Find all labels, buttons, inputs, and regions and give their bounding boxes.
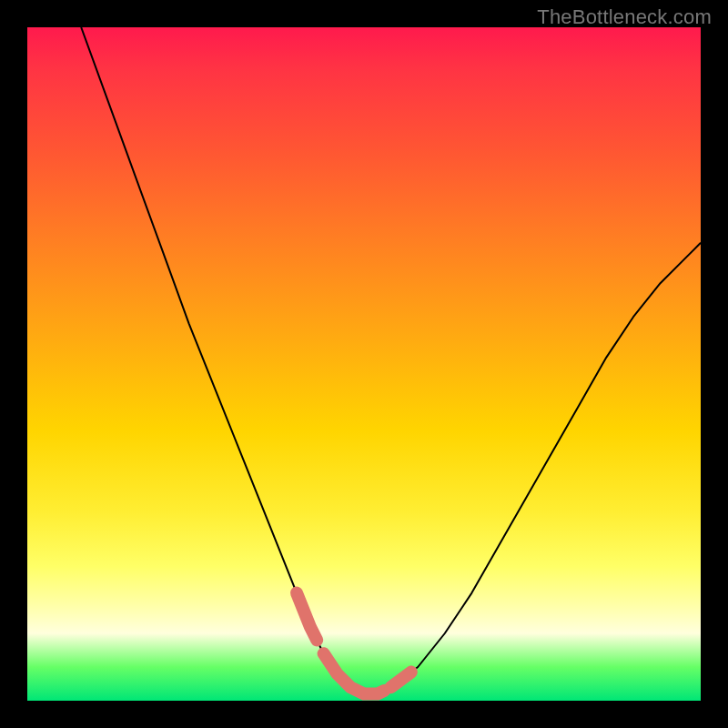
curve-marker-bottom xyxy=(324,653,385,693)
chart-plot-area xyxy=(27,27,701,701)
curve-marker-right xyxy=(391,672,411,688)
bottleneck-chart-svg xyxy=(27,27,701,701)
bottleneck-curve xyxy=(81,27,701,694)
watermark-text: TheBottleneck.com xyxy=(537,5,712,29)
curve-marker-left xyxy=(297,593,317,641)
chart-frame: TheBottleneck.com xyxy=(0,0,728,728)
